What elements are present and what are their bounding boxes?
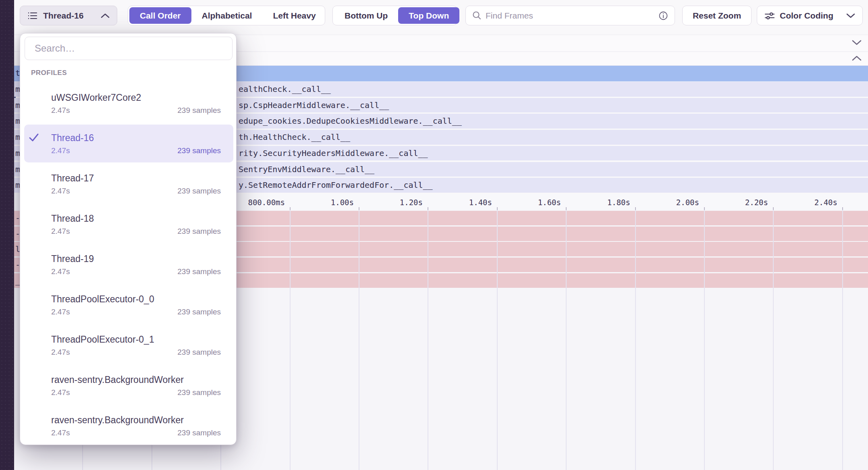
search-icon [472, 11, 482, 20]
app-sidebar [0, 0, 14, 470]
profile-duration: 2.47s [51, 347, 70, 358]
profile-item[interactable]: raven-sentry.BackgroundWorker 2.47s239 s… [20, 367, 237, 408]
direction-option-top-down[interactable]: Top Down [398, 7, 459, 24]
profile-item[interactable]: Thread-19 2.47s239 samples [20, 246, 237, 287]
profile-item[interactable]: ThreadPoolExecutor-0_1 2.47s239 samples [20, 327, 237, 367]
profile-name: uWSGIWorker7Core2 [51, 92, 221, 104]
chevron-down-icon [846, 13, 855, 18]
profile-duration: 2.47s [51, 266, 70, 277]
chevron-up-icon [101, 13, 110, 18]
profile-duration: 2.47s [51, 226, 70, 237]
color-coding-label: Color Coding [780, 11, 833, 21]
thread-selector-button[interactable]: Thread-16 [20, 6, 117, 25]
checkmark-icon [28, 133, 39, 144]
profile-samples: 239 samples [177, 266, 221, 277]
profiles-list: uWSGIWorker7Core2 2.47s239 samples Threa… [20, 85, 237, 448]
reset-zoom-button[interactable]: Reset Zoom [682, 6, 752, 25]
axis-tick-label: 1.40s [469, 198, 492, 207]
profile-item[interactable]: Thread-18 2.47s239 samples [20, 206, 237, 246]
profile-samples: 239 samples [177, 226, 221, 237]
chevron-up-icon[interactable] [852, 55, 862, 62]
find-frames-searchbox [465, 6, 675, 25]
profile-item[interactable]: uWSGIWorker7Core2 2.47s239 samples [20, 85, 237, 125]
sort-toggle-group: Call Order Alphabetical Left Heavy [128, 6, 325, 25]
profile-name: Thread-17 [51, 172, 221, 184]
direction-toggle-group: Bottom Up Top Down [332, 6, 457, 25]
frame-label: rity.SecurityHeadersMiddleware.__call__ [239, 146, 428, 161]
frame-label: sp.CspHeaderMiddleware.__call__ [239, 98, 389, 113]
axis-tick-label: 1.60s [538, 198, 561, 207]
thread-selector-label: Thread-16 [43, 11, 96, 21]
axis-tick-label: 2.20s [745, 198, 768, 207]
axis-tick-label: 1.00s [331, 198, 354, 207]
axis-tick-label: 2.40s [814, 198, 837, 207]
axis-tick-label: 1.80s [607, 198, 630, 207]
axis-tick-label: 1.20s [400, 198, 423, 207]
profiles-search-input[interactable] [25, 37, 233, 60]
thread-list-icon [27, 11, 38, 21]
profile-name: ThreadPoolExecutor-0_1 [51, 333, 221, 345]
profile-item[interactable]: raven-sentry.BackgroundWorker 2.47s239 s… [20, 408, 237, 448]
profile-samples: 239 samples [177, 186, 221, 196]
profiler-app: t mealthCheck.__call__ msp.CspHeaderMidd… [0, 0, 868, 470]
frame-label: SentryEnvMiddleware.__call__ [239, 162, 374, 177]
profile-samples: 239 samples [177, 307, 221, 317]
find-frames-input[interactable] [486, 11, 654, 21]
frame-label: edupe_cookies.DedupeCookiesMiddleware.__… [239, 114, 462, 129]
profile-duration: 2.47s [51, 146, 70, 156]
color-coding-button[interactable]: Color Coding [757, 6, 863, 25]
sort-option-call-order[interactable]: Call Order [129, 7, 191, 24]
profile-name: ThreadPoolExecutor-0_0 [51, 293, 221, 305]
profiles-dropdown: PROFILES uWSGIWorker7Core2 2.47s239 samp… [20, 33, 237, 445]
axis-tick-label: 800.00ms [248, 198, 285, 207]
profile-item[interactable]: ThreadPoolExecutor-0_0 2.47s239 samples [20, 287, 237, 327]
toolbar: Thread-16 Call Order Alphabetical Left H… [0, 0, 868, 33]
profile-samples: 239 samples [177, 387, 221, 398]
profile-samples: 239 samples [177, 146, 221, 156]
chevron-down-icon[interactable] [852, 40, 862, 47]
frame-label: ealthCheck.__call__ [239, 82, 331, 97]
profile-name: raven-sentry.BackgroundWorker [51, 374, 221, 386]
frame-label: y.SetRemoteAddrFromForwardedFor.__call__ [239, 178, 433, 193]
direction-option-bottom-up[interactable]: Bottom Up [334, 7, 398, 24]
profile-item[interactable]: Thread-17 2.47s239 samples [20, 166, 237, 206]
profile-duration: 2.47s [51, 387, 70, 398]
sort-option-left-heavy[interactable]: Left Heavy [262, 7, 326, 24]
profile-duration: 2.47s [51, 186, 70, 196]
profile-name: Thread-19 [51, 253, 221, 265]
profiles-section-label: PROFILES [31, 69, 67, 77]
profile-duration: 2.47s [51, 307, 70, 317]
frame-label: th.HealthCheck.__call__ [239, 130, 350, 145]
profile-name: Thread-16 [51, 132, 221, 144]
profile-item-selected[interactable]: Thread-16 2.47s239 samples [20, 125, 237, 166]
profile-name: Thread-18 [51, 212, 221, 225]
profile-samples: 239 samples [177, 428, 221, 438]
axis-tick-label: 2.00s [676, 198, 699, 207]
profile-samples: 239 samples [177, 347, 221, 358]
info-icon[interactable] [658, 11, 668, 21]
profile-name: raven-sentry.BackgroundWorker [51, 414, 221, 426]
profile-duration: 2.47s [51, 105, 70, 116]
profile-duration: 2.47s [51, 428, 70, 438]
sliders-icon [764, 11, 775, 20]
sort-option-alphabetical[interactable]: Alphabetical [191, 7, 263, 24]
profile-samples: 239 samples [177, 105, 221, 116]
